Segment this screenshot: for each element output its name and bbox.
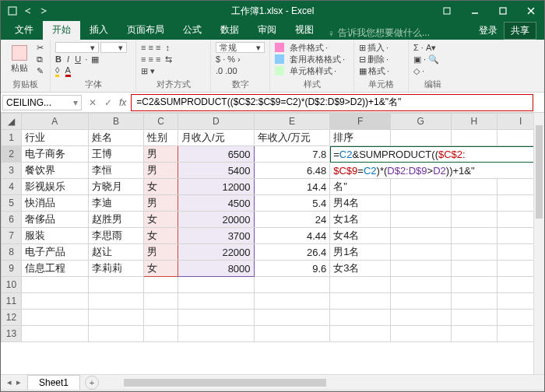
table-row[interactable]: 10 (2, 277, 544, 293)
ribbon-options-icon[interactable] (434, 1, 460, 21)
formula-bar-row: CEILING...▾ ✕ ✓ fx =C2&SUMPRODUCT(($C$2:… (1, 93, 544, 113)
group-clipboard: 剪贴板 (5, 77, 45, 90)
vertical-scrollbar[interactable] (533, 113, 544, 374)
table-row[interactable]: 2 电子商务王博男65007.8 =C2&SUMPRODUCT(($C$2: (2, 146, 544, 163)
fx-icon[interactable]: fx (119, 97, 131, 108)
cond-format-button[interactable]: 条件格式 · (275, 42, 345, 53)
tab-nav-next-icon[interactable]: ▸ (16, 377, 21, 387)
group-styles: 样式 (275, 77, 349, 90)
cond-format-icon (275, 43, 284, 52)
font-combo[interactable]: ▾ (55, 42, 99, 53)
table-row[interactable]: 5快消品李迪男45005.4男4名 (2, 195, 544, 212)
bold-icon[interactable]: B (55, 54, 62, 64)
cell-style-icon (275, 66, 284, 75)
table-row[interactable]: 13 (2, 326, 544, 342)
signin-link[interactable]: 登录 (479, 24, 498, 37)
table-row[interactable]: 6奢侈品赵胜男女2000024女1名 (2, 212, 544, 228)
svg-rect-3 (500, 8, 506, 14)
table-row[interactable]: 9信息工程李莉莉女80009.6女3名 (2, 261, 544, 277)
tab-nav-prev-icon[interactable]: ◂ (7, 377, 12, 387)
minimize-icon[interactable] (462, 1, 488, 21)
cut-icon[interactable]: ✂ (37, 42, 44, 53)
fill-color-icon[interactable]: ◊ (55, 65, 59, 77)
cancel-icon[interactable]: ✕ (86, 97, 99, 108)
formula-bar[interactable]: =C2&SUMPRODUCT(($C$2:$C$9=C2)*(D$2:D$9>D… (131, 94, 533, 111)
save-icon[interactable] (7, 5, 18, 16)
title-bar: 工作簿1.xlsx - Excel (1, 1, 544, 21)
currency-icon[interactable]: $ · % › (216, 54, 265, 65)
table-row[interactable]: 7服装李思雨女37004.44女4名 (2, 228, 544, 244)
enter-icon[interactable]: ✓ (102, 97, 114, 108)
group-cells: 单元格 (359, 77, 403, 90)
tab-file[interactable]: 文件 (5, 20, 43, 40)
tab-review[interactable]: 审阅 (248, 20, 286, 40)
name-box[interactable]: CEILING...▾ (2, 95, 82, 110)
add-sheet-button[interactable]: + (85, 376, 99, 390)
tab-home[interactable]: 开始 (43, 20, 80, 40)
svg-rect-0 (9, 7, 16, 15)
group-align: 对齐方式 (141, 77, 206, 90)
align-top[interactable]: ≡ ≡ ≡ ↕ (141, 42, 172, 53)
cell-style-button[interactable]: 单元格样式 · (275, 65, 345, 76)
group-editing: 编辑 (413, 77, 452, 90)
font-color-icon[interactable]: A (65, 65, 71, 77)
merge-button[interactable]: ⊞ ▾ (141, 65, 172, 76)
table-icon (275, 54, 284, 64)
table-row[interactable]: 8电子产品赵让男2200026.4男1名 (2, 244, 544, 261)
table-row[interactable]: 1 行业姓名性别月收入/元年收入/万元排序 (2, 130, 544, 146)
maximize-icon[interactable] (490, 1, 516, 21)
table-row[interactable]: 11 (2, 293, 544, 310)
close-icon[interactable] (518, 1, 544, 21)
fill-icon[interactable]: ▣ · 🔍 (413, 54, 439, 65)
autosum-icon[interactable]: Σ · A▾ (413, 42, 439, 53)
underline-icon[interactable]: U (75, 54, 81, 64)
italic-icon[interactable]: I (67, 54, 69, 64)
paste-button[interactable]: 粘贴 (5, 42, 33, 76)
copy-icon[interactable]: ⧉ (37, 54, 44, 65)
tab-data[interactable]: 数据 (211, 20, 248, 40)
group-font: 字体 (55, 77, 131, 90)
number-format-combo[interactable]: 常规▾ (216, 42, 265, 53)
format-cells-button[interactable]: ▦ 格式 · (359, 65, 389, 76)
quick-access-toolbar (1, 5, 49, 16)
bulb-icon: ♀ (328, 28, 335, 39)
tab-insert[interactable]: 插入 (80, 20, 118, 40)
size-combo[interactable]: ▾ (100, 42, 127, 53)
clear-icon[interactable]: ◇ · (413, 65, 439, 76)
tab-view[interactable]: 视图 (286, 20, 323, 40)
paste-icon (12, 45, 27, 61)
horizontal-scrollbar[interactable] (114, 377, 533, 388)
active-cell: =C2&SUMPRODUCT(($C$2: (330, 146, 544, 163)
insert-cells-button[interactable]: ⊞ 插入 · (359, 42, 389, 53)
group-number: 数字 (216, 77, 265, 90)
redo-icon[interactable] (38, 5, 49, 16)
worksheet-grid[interactable]: ◢ ABCDEFGHI 1 行业姓名性别月收入/元年收入/万元排序 2 电子商务… (1, 113, 544, 374)
table-row[interactable]: 12 (2, 310, 544, 326)
decimal-icons[interactable]: .0 .00 (216, 65, 265, 76)
tell-me[interactable]: ♀告诉我您想要做什么... (328, 26, 430, 40)
share-button[interactable]: 共享 (504, 22, 536, 40)
border-icon[interactable]: ▦ (91, 54, 99, 65)
format-painter-icon[interactable]: ✎ (37, 65, 44, 76)
ribbon: 粘贴 ✂⧉✎ 剪贴板 ▾▾ B I U · ▦ ◊ A 字体 ≡ ≡ ≡ ↕ ≡… (1, 40, 544, 93)
sheet-tab[interactable]: Sheet1 (27, 375, 80, 390)
tab-formulas[interactable]: 公式 (174, 20, 211, 40)
tab-layout[interactable]: 页面布局 (118, 20, 174, 40)
table-row[interactable]: 4影视娱乐方晓月女1200014.4名" (2, 179, 544, 195)
col-headers[interactable]: ◢ ABCDEFGHI (2, 114, 544, 130)
ribbon-tabs: 文件 开始 插入 页面布局 公式 数据 审阅 视图 ♀告诉我您想要做什么... … (1, 21, 544, 40)
table-format-button[interactable]: 套用表格格式 · (275, 54, 345, 65)
select-all[interactable]: ◢ (2, 114, 22, 130)
svg-rect-1 (444, 8, 450, 14)
undo-icon[interactable] (23, 5, 33, 16)
delete-cells-button[interactable]: ⊟ 删除 · (359, 54, 389, 65)
sheet-tabs-row: ◂▸ Sheet1 + (1, 374, 544, 390)
table-row[interactable]: 3 餐饮界李恒男54006.48 $C$9=C2)*(D$2:D$9>D2))+… (2, 163, 544, 179)
window-title: 工作簿1.xlsx - Excel (231, 5, 315, 18)
align-left[interactable]: ≡ ≡ ≡ ⇆ (141, 54, 172, 65)
